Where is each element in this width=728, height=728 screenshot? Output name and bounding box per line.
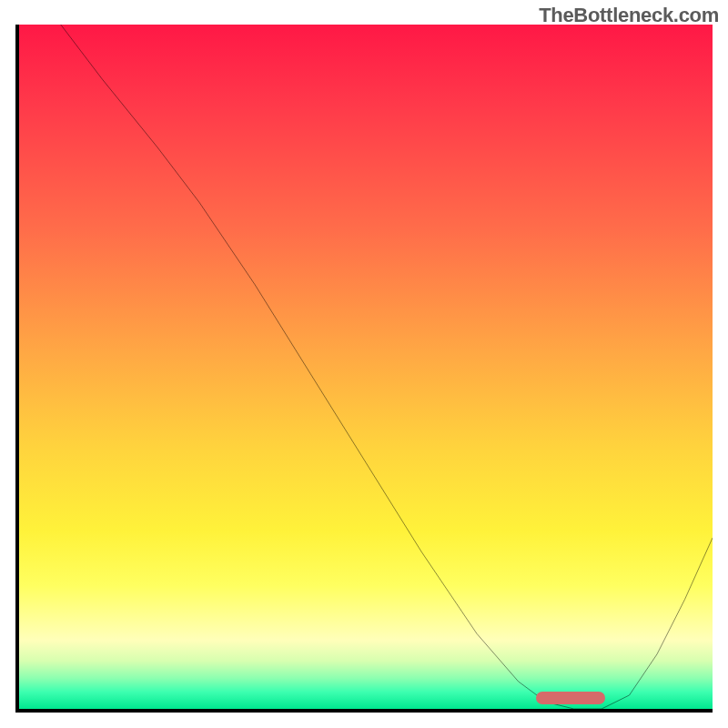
- heat-gradient-background: [19, 25, 713, 709]
- chart-frame: TheBottleneck.com: [0, 0, 728, 728]
- watermark-text: TheBottleneck.com: [539, 4, 719, 27]
- optimal-range-pill: [536, 692, 605, 704]
